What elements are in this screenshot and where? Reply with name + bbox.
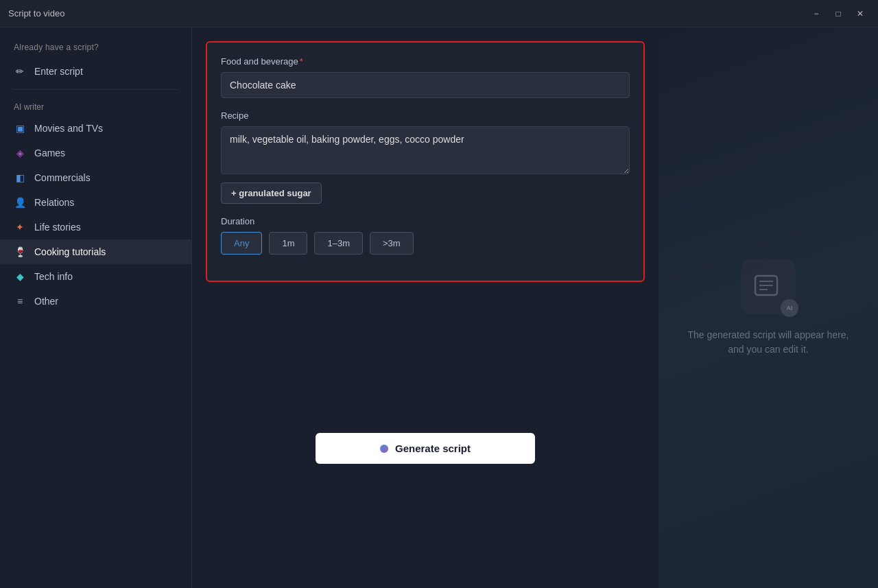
ai-badge: AI bbox=[781, 299, 798, 317]
food-label: Food and beverage* bbox=[221, 56, 630, 67]
generate-dot-icon bbox=[380, 445, 388, 453]
duration-any[interactable]: Any bbox=[221, 232, 262, 255]
sidebar-item-relations[interactable]: 👤 Relations bbox=[0, 190, 191, 215]
script-placeholder: The generated script will appear here, a… bbox=[683, 328, 854, 357]
duration-label: Duration bbox=[221, 216, 630, 226]
tech-icon: ◆ bbox=[14, 270, 26, 283]
pencil-icon: ✏ bbox=[14, 65, 26, 78]
content-area: Food and beverage* Recipe milk, vegetabl… bbox=[192, 27, 878, 588]
relations-icon: 👤 bbox=[14, 196, 26, 209]
sidebar-item-enter-script-label: Enter script bbox=[34, 66, 83, 77]
duration-3m[interactable]: >3m bbox=[370, 232, 414, 255]
generate-wrap: Generate script bbox=[206, 433, 645, 464]
sidebar-divider bbox=[14, 89, 178, 90]
script-icon bbox=[754, 274, 783, 299]
maximize-button[interactable]: □ bbox=[829, 5, 848, 22]
recipe-group: Recipe milk, vegetable oil, baking powde… bbox=[221, 110, 630, 204]
sidebar-item-commercials[interactable]: ◧ Commercials bbox=[0, 165, 191, 190]
sidebar-item-enter-script[interactable]: ✏ Enter script bbox=[0, 59, 191, 84]
generate-label: Generate script bbox=[395, 443, 471, 454]
other-icon: ≡ bbox=[14, 295, 26, 307]
sidebar-item-relations-label: Relations bbox=[34, 197, 74, 208]
sidebar-item-life-stories-label: Life stories bbox=[34, 222, 81, 233]
sidebar-item-games[interactable]: ◈ Games bbox=[0, 141, 191, 165]
titlebar: Script to video − □ ✕ bbox=[0, 0, 878, 27]
duration-1m[interactable]: 1m bbox=[269, 232, 307, 255]
sidebar-item-tech[interactable]: ◆ Tech info bbox=[0, 264, 191, 289]
life-stories-icon: ✦ bbox=[14, 221, 26, 233]
sidebar-item-games-label: Games bbox=[34, 148, 65, 158]
sidebar-item-life-stories[interactable]: ✦ Life stories bbox=[0, 215, 191, 239]
food-group: Food and beverage* bbox=[221, 56, 630, 98]
required-mark: * bbox=[300, 56, 303, 67]
ai-writer-label: AI writer bbox=[0, 95, 191, 116]
form-card: Food and beverage* Recipe milk, vegetabl… bbox=[206, 41, 645, 282]
duration-1-3m[interactable]: 1–3m bbox=[314, 232, 363, 255]
sidebar-item-commercials-label: Commercials bbox=[34, 172, 91, 183]
duration-options: Any 1m 1–3m >3m bbox=[221, 232, 630, 255]
movies-icon: ▣ bbox=[14, 122, 26, 134]
ai-icon-wrap: AI bbox=[741, 259, 796, 314]
commercials-icon: ◧ bbox=[14, 172, 26, 184]
sidebar-item-tech-label: Tech info bbox=[34, 271, 73, 282]
sidebar-item-cooking[interactable]: 🍷 Cooking tutorials bbox=[0, 239, 191, 264]
sidebar-item-cooking-label: Cooking tutorials bbox=[34, 246, 106, 257]
sidebar-item-movies[interactable]: ▣ Movies and TVs bbox=[0, 116, 191, 141]
sidebar: Already have a script? ✏ Enter script AI… bbox=[0, 27, 192, 588]
already-label: Already have a script? bbox=[0, 38, 191, 59]
close-button[interactable]: ✕ bbox=[851, 5, 870, 22]
sidebar-item-other-label: Other bbox=[34, 296, 58, 307]
window-controls: − □ ✕ bbox=[807, 5, 870, 22]
add-tag-button[interactable]: + granulated sugar bbox=[221, 183, 322, 204]
script-panel: AI The generated script will appear here… bbox=[658, 27, 878, 588]
food-input[interactable] bbox=[221, 72, 630, 98]
sidebar-item-movies-label: Movies and TVs bbox=[34, 123, 103, 134]
form-panel: Food and beverage* Recipe milk, vegetabl… bbox=[192, 27, 658, 588]
recipe-label: Recipe bbox=[221, 110, 630, 121]
main-layout: Already have a script? ✏ Enter script AI… bbox=[0, 27, 878, 588]
recipe-textarea[interactable]: milk, vegetable oil, baking powder, eggs… bbox=[221, 126, 630, 174]
cooking-icon: 🍷 bbox=[14, 246, 26, 258]
generate-button[interactable]: Generate script bbox=[316, 433, 535, 464]
sidebar-item-other[interactable]: ≡ Other bbox=[0, 289, 191, 314]
minimize-button[interactable]: − bbox=[807, 5, 826, 22]
duration-group: Duration Any 1m 1–3m >3m bbox=[221, 216, 630, 255]
app-title: Script to video bbox=[8, 8, 64, 19]
games-icon: ◈ bbox=[14, 147, 26, 159]
